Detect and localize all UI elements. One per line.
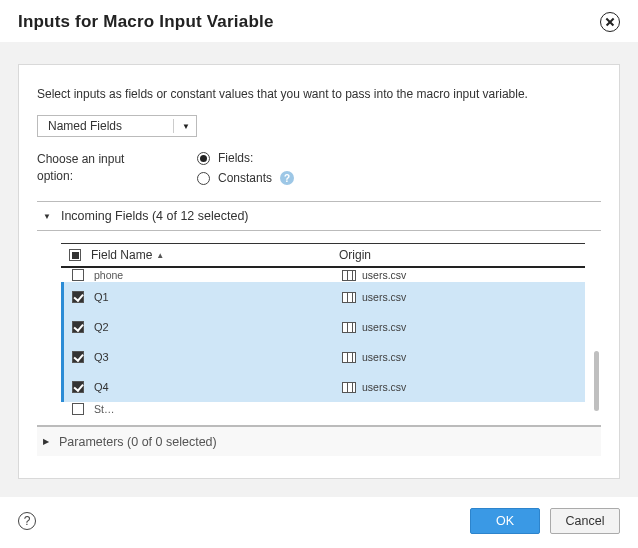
column-field-name[interactable]: Field Name (91, 248, 152, 262)
parameters-header[interactable]: ▶ Parameters (0 of 0 selected) (37, 426, 601, 456)
row-origin: users.csv (362, 291, 406, 303)
row-origin: users.csv (362, 351, 406, 363)
row-field-name: Q1 (92, 291, 342, 303)
table-row[interactable]: Q1 users.csv (61, 282, 585, 312)
close-icon[interactable] (600, 12, 620, 32)
dialog-body: Select inputs as fields or constant valu… (0, 42, 638, 497)
chevron-down-icon: ▼ (43, 212, 51, 221)
chevron-down-icon: ▼ (182, 122, 190, 131)
chevron-right-icon: ▶ (43, 437, 49, 446)
sort-asc-icon: ▲ (156, 251, 164, 260)
file-icon (342, 352, 356, 363)
content-card: Select inputs as fields or constant valu… (18, 64, 620, 479)
radio-constants-label: Constants (218, 171, 272, 185)
instruction-text: Select inputs as fields or constant valu… (37, 87, 601, 101)
row-checkbox[interactable] (72, 351, 84, 363)
dialog-footer: ? OK Cancel (18, 508, 620, 534)
table-row[interactable]: Q4 users.csv (61, 372, 585, 402)
file-icon (342, 270, 356, 281)
file-icon (342, 322, 356, 333)
row-field-name: Q3 (92, 351, 342, 363)
parameters-title: Parameters (0 of 0 selected) (59, 435, 217, 449)
row-checkbox[interactable] (72, 269, 84, 281)
file-icon (342, 292, 356, 303)
help-icon[interactable]: ? (280, 171, 294, 185)
row-origin: users.csv (362, 321, 406, 333)
mode-select[interactable]: Named Fields ▼ (37, 115, 197, 137)
dialog-title: Inputs for Macro Input Variable (18, 12, 274, 32)
cancel-button[interactable]: Cancel (550, 508, 620, 534)
select-all-checkbox[interactable] (69, 249, 81, 261)
radio-fields-label: Fields: (218, 151, 253, 165)
incoming-fields-header[interactable]: ▼ Incoming Fields (4 of 12 selected) (37, 201, 601, 231)
incoming-fields-title: Incoming Fields (4 of 12 selected) (61, 209, 249, 223)
row-checkbox[interactable] (72, 403, 84, 415)
scrollbar-thumb[interactable] (594, 351, 599, 411)
table-row[interactable]: St… (61, 402, 585, 416)
mode-select-value: Named Fields (48, 119, 122, 133)
row-origin: users.csv (362, 381, 406, 393)
table-row[interactable]: Q3 users.csv (61, 342, 585, 372)
title-bar: Inputs for Macro Input Variable (0, 0, 638, 42)
file-icon (342, 382, 356, 393)
fields-grid: Field Name ▲ Origin phone users.csv (61, 243, 585, 419)
input-option-label: Choose an input option: (37, 151, 137, 185)
ok-button[interactable]: OK (470, 508, 540, 534)
table-row[interactable]: phone users.csv (61, 268, 585, 282)
row-field-name: Q2 (92, 321, 342, 333)
incoming-fields-body: Field Name ▲ Origin phone users.csv (37, 231, 601, 426)
row-checkbox[interactable] (72, 321, 84, 333)
row-field-name: St… (92, 403, 342, 415)
row-checkbox[interactable] (72, 291, 84, 303)
row-checkbox[interactable] (72, 381, 84, 393)
input-option-row: Choose an input option: Fields: Constant… (37, 151, 601, 185)
radio-fields[interactable] (197, 152, 210, 165)
table-row[interactable]: Q2 users.csv (61, 312, 585, 342)
grid-header: Field Name ▲ Origin (61, 244, 585, 268)
row-origin: users.csv (362, 269, 406, 281)
grid-rows: phone users.csv Q1 users.csv Q2 users.cs… (61, 268, 585, 416)
row-field-name: Q4 (92, 381, 342, 393)
radio-constants[interactable] (197, 172, 210, 185)
column-origin[interactable]: Origin (339, 248, 371, 262)
row-field-name: phone (92, 269, 342, 281)
help-button[interactable]: ? (18, 512, 36, 530)
